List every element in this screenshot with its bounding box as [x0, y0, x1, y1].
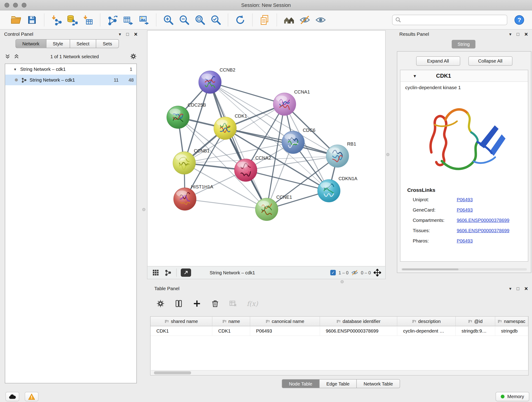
zoom-out-button[interactable]	[177, 12, 192, 28]
search-input[interactable]	[404, 17, 504, 23]
panel-collapse-icon[interactable]: ▾	[119, 32, 121, 36]
cell-shared-name[interactable]: CDK1	[151, 326, 212, 336]
cell-id[interactable]: stringdb:9…	[456, 326, 495, 336]
memory-button[interactable]: Memory	[496, 392, 529, 401]
network-node-CDC25B[interactable]: CDC25B	[167, 102, 206, 128]
column-header-description[interactable]: description	[397, 317, 456, 326]
import-network-from-file-button[interactable]	[49, 12, 64, 28]
column-header-shared-name[interactable]: shared name	[151, 317, 212, 326]
expand-all-icon[interactable]	[14, 54, 19, 59]
crosslink-genecard-link[interactable]: P06493	[457, 207, 473, 212]
gear-icon[interactable]	[130, 53, 137, 60]
collapse-all-icon[interactable]	[5, 54, 10, 59]
tab-sets[interactable]: Sets	[96, 39, 119, 48]
import-network-from-database-button[interactable]	[64, 12, 80, 28]
cell-canonical-name[interactable]: P06493	[250, 326, 320, 336]
network-node-HIST1H1A[interactable]: HIST1H1A	[174, 184, 214, 211]
birdseye-grid-button[interactable]	[152, 269, 160, 277]
network-canvas[interactable]: CCNB2CCNA1CDC25BCDK1CDC6RB1CCNB1CCNA2CDK…	[147, 31, 385, 266]
tab-select[interactable]: Select	[70, 39, 96, 48]
show-columns-button[interactable]	[175, 300, 183, 308]
network-glyph-button[interactable]	[164, 269, 172, 277]
tab-network-table[interactable]: Network Table	[356, 379, 400, 388]
crosslink-pharos-link[interactable]: P06493	[457, 238, 473, 243]
export-table-button[interactable]	[120, 12, 136, 28]
panel-close-icon[interactable]: ×	[525, 286, 528, 292]
apply-layout-button[interactable]	[232, 12, 248, 28]
warnings-button[interactable]	[25, 392, 38, 401]
zoom-selected-button[interactable]	[208, 12, 224, 28]
cell-name[interactable]: CDK1	[212, 326, 250, 336]
cell-description[interactable]: cyclin-dependent …	[397, 326, 456, 336]
tab-edge-table[interactable]: Edge Table	[319, 379, 357, 388]
show-graphics-details-button[interactable]	[313, 12, 329, 28]
create-column-button[interactable]	[193, 300, 201, 308]
copy-document-button[interactable]	[257, 12, 273, 28]
network-node-RB1[interactable]: RB1	[326, 141, 356, 167]
zoom-in-button[interactable]	[161, 12, 177, 28]
column-header-name[interactable]: name	[212, 317, 250, 326]
table-horizontal-scrollbar[interactable]	[151, 370, 528, 375]
panel-close-icon[interactable]: ×	[525, 31, 528, 37]
expand-all-button[interactable]: Expand All	[416, 56, 460, 66]
save-session-button[interactable]	[24, 12, 40, 28]
network-node-CCNA1[interactable]: CCNA1	[273, 89, 310, 115]
detach-view-button[interactable]	[181, 269, 191, 277]
panel-float-icon[interactable]: □	[126, 32, 129, 36]
column-header-namespace[interactable]: namespac	[495, 317, 528, 326]
column-header-database-identifier[interactable]: database identifier	[320, 317, 398, 326]
import-table-from-file-button[interactable]	[80, 12, 96, 28]
panel-collapse-icon[interactable]: ▾	[509, 286, 512, 291]
section-caret-icon[interactable]: ▼	[413, 73, 417, 78]
cell-namespace[interactable]: stringdb	[495, 326, 528, 336]
panel-float-icon[interactable]: □	[517, 32, 519, 36]
tab-node-table[interactable]: Node Table	[282, 379, 319, 388]
tab-style[interactable]: Style	[46, 39, 70, 48]
crosslink-uniprot-link[interactable]: P06493	[457, 197, 473, 202]
table-row[interactable]: CDK1 CDK1 P06493 9606.ENSP00000378699 cy…	[151, 326, 528, 336]
function-builder-button[interactable]: f(x)	[247, 300, 258, 307]
zoom-window-button[interactable]	[22, 3, 27, 7]
network-node-CCNB2[interactable]: CCNB2	[199, 67, 235, 94]
network-edge-CCNB2-CCNE1[interactable]	[210, 82, 267, 210]
network-row[interactable]: String Network – cdk1 11 48	[5, 75, 137, 85]
help-button[interactable]	[511, 12, 527, 28]
network-from-selection-button[interactable]	[104, 12, 120, 28]
pan-crosshair-icon[interactable]	[374, 269, 381, 276]
splitter-handle[interactable]	[142, 208, 146, 211]
open-session-button[interactable]	[8, 12, 24, 28]
crosslink-tissues-link[interactable]: 9606.ENSP00000378699	[457, 228, 510, 233]
network-edge-CCNB2-CCNA1[interactable]	[210, 82, 285, 104]
column-header-id[interactable]: @id	[456, 317, 495, 326]
tree-caret-icon[interactable]: ▼	[13, 67, 17, 71]
delete-table-button[interactable]	[229, 300, 237, 307]
gene-section-header[interactable]: ▼ CDK1	[400, 70, 528, 82]
network-collection-row[interactable]: ▼ String Network – cdk1 1	[5, 64, 137, 75]
results-scrollbar[interactable]	[401, 268, 527, 271]
table-settings-button[interactable]	[157, 300, 165, 308]
delete-column-button[interactable]	[211, 300, 219, 308]
cybrowser-home-button[interactable]	[281, 12, 297, 28]
panel-float-icon[interactable]: □	[517, 286, 519, 291]
network-node-CDK1[interactable]: CDK1	[214, 114, 247, 140]
hide-graphics-details-button[interactable]	[297, 12, 313, 28]
cloud-status-button[interactable]	[6, 392, 19, 401]
panel-close-icon[interactable]: ×	[134, 31, 138, 37]
splitter-handle[interactable]	[386, 153, 389, 156]
selection-checkbox[interactable]: ✓	[330, 270, 336, 275]
splitter-handle[interactable]	[341, 280, 344, 283]
network-node-CCNB1[interactable]: CCNB1	[173, 148, 210, 174]
column-header-canonical-name[interactable]: canonical name	[250, 317, 320, 326]
crosslink-compartments-link[interactable]: 9606.ENSP00000378699	[457, 217, 510, 223]
cell-database-identifier[interactable]: 9606.ENSP00000378699	[320, 326, 398, 336]
tab-network[interactable]: Network	[16, 39, 46, 48]
tab-string[interactable]: String	[452, 40, 476, 49]
close-window-button[interactable]	[5, 3, 9, 7]
export-image-button[interactable]	[136, 12, 152, 28]
search-box[interactable]	[392, 15, 507, 25]
zoom-fit-content-button[interactable]	[192, 12, 208, 28]
collapse-all-button[interactable]: Collapse All	[468, 56, 512, 66]
panel-collapse-icon[interactable]: ▾	[509, 32, 512, 36]
minimize-window-button[interactable]	[13, 3, 18, 7]
network-edge-CCNE1-HIST1H1A[interactable]	[185, 199, 267, 210]
